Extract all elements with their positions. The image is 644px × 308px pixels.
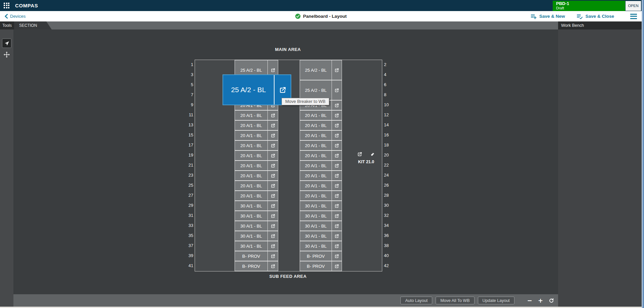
share-icon[interactable] [267,121,278,130]
share-icon[interactable] [357,152,362,157]
update-layout-button[interactable]: Update Layout [478,297,514,304]
selected-breaker[interactable]: 25 A/2 - BL [222,74,291,105]
breaker-cell[interactable]: 20 A/1 - BL [300,130,342,140]
breaker-cell[interactable]: 30 A/1 - BL [235,201,278,211]
share-icon[interactable] [267,241,278,251]
share-icon[interactable] [267,111,278,120]
breaker-cell[interactable]: B- PROV [235,261,278,271]
breaker-cell[interactable]: 30 A/1 - BL [235,221,278,231]
breaker-cell[interactable]: 20 A/1 - BL [300,191,342,201]
share-icon[interactable] [332,60,342,80]
breaker-cell[interactable]: 25 A/2 - BL [300,60,342,80]
window-right-edge[interactable] [642,0,644,308]
breaker-cell[interactable]: 20 A/1 - BL [235,161,278,171]
share-icon[interactable] [332,241,342,251]
eraser-icon[interactable] [370,152,375,157]
refresh-icon[interactable] [549,298,554,303]
circuit-number: 16 [384,130,401,140]
share-icon[interactable] [267,231,278,241]
share-icon[interactable] [332,231,342,241]
auto-layout-button[interactable]: Auto Layout [400,297,432,304]
save-and-new-button[interactable]: Save & New [530,13,565,19]
back-to-devices-link[interactable]: Devices [4,14,26,19]
breaker-cell[interactable]: 20 A/1 - BL [235,191,278,201]
menu-icon[interactable] [630,14,637,19]
breaker-cell[interactable]: 30 A/1 - BL [300,231,342,241]
breaker-cell[interactable]: 20 A/1 - BL [300,110,342,120]
breaker-cell[interactable]: 20 A/1 - BL [235,171,278,181]
breaker-cell[interactable]: 20 A/1 - BL [300,140,342,150]
share-icon[interactable] [267,161,278,170]
breaker-cell[interactable]: 20 A/1 - BL [300,161,342,171]
breaker-cell[interactable]: 25 A/2 - BL [300,80,342,100]
share-icon[interactable] [332,201,342,210]
circuit-number: 15 [174,130,193,140]
breaker-cell[interactable]: 30 A/1 - BL [235,211,278,221]
share-icon[interactable] [332,261,342,271]
share-icon[interactable] [332,221,342,231]
tab-section[interactable]: SECTION [14,21,52,29]
page-title-label: Panelboard - Layout [303,14,347,19]
breaker-cell[interactable]: 30 A/1 - BL [235,231,278,241]
breaker-cell[interactable]: 20 A/1 - BL [235,130,278,140]
breaker-cell[interactable]: 20 A/1 - BL [300,181,342,191]
share-icon[interactable] [267,221,278,231]
breaker-cell[interactable]: 30 A/1 - BL [300,241,342,251]
breaker-cell[interactable]: 30 A/1 - BL [300,211,342,221]
breaker-cell[interactable]: 20 A/1 - BL [235,110,278,120]
breaker-cell[interactable]: 20 A/1 - BL [235,140,278,150]
circuit-number: 4 [384,70,401,80]
share-icon[interactable] [267,141,278,150]
circuit-number: 32 [384,210,401,221]
zoom-out-icon[interactable]: − [527,298,532,304]
breaker-cell[interactable]: 30 A/1 - BL [235,241,278,251]
share-icon[interactable] [332,171,342,180]
kit-block[interactable]: KIT 21.0 [350,152,382,164]
app-launcher-grid-icon[interactable] [4,3,10,9]
breaker-cell[interactable]: 20 A/1 - BL [300,150,342,161]
main-area-label: MAIN AREA [248,47,328,52]
toolbar: Devices Panelboard - Layout Save & New S… [0,11,642,21]
share-icon[interactable] [267,191,278,200]
share-icon[interactable] [267,261,278,271]
share-icon[interactable] [332,181,342,190]
save-and-close-label: Save & Close [585,14,614,19]
share-icon[interactable] [267,251,278,261]
breaker-cell[interactable]: B- PROV [300,251,342,261]
share-icon[interactable] [267,181,278,190]
circuit-number: 37 [174,241,193,251]
share-icon[interactable] [332,161,342,170]
share-icon[interactable] [332,80,342,100]
circuit-number: 36 [384,231,401,241]
breaker-label: 20 A/1 - BL [300,181,332,190]
share-icon[interactable] [332,191,342,200]
breaker-cell[interactable]: 20 A/1 - BL [300,120,342,130]
share-icon[interactable] [267,211,278,221]
share-icon[interactable] [267,151,278,160]
zoom-in-icon[interactable]: + [538,298,543,304]
breaker-cell[interactable]: B- PROV [300,261,342,271]
share-icon[interactable] [332,111,342,120]
breaker-cell[interactable]: 20 A/1 - BL [235,181,278,191]
breaker-cell[interactable]: 20 A/1 - BL [235,150,278,161]
share-icon[interactable] [332,141,342,150]
share-icon[interactable] [332,251,342,261]
select-tool-button[interactable] [2,39,11,48]
breaker-cell[interactable]: 20 A/1 - BL [300,171,342,181]
share-icon[interactable] [267,171,278,180]
save-and-close-button[interactable]: Save & Close [576,13,614,19]
share-icon[interactable] [332,101,342,110]
breaker-cell[interactable]: 30 A/1 - BL [300,221,342,231]
share-icon[interactable] [267,131,278,140]
share-icon[interactable] [332,151,342,160]
share-icon[interactable] [267,201,278,210]
open-button[interactable]: OPEN [626,1,641,11]
share-icon[interactable] [332,131,342,140]
breaker-cell[interactable]: B- PROV [235,251,278,261]
breaker-cell[interactable]: 30 A/1 - BL [300,201,342,211]
move-tool-button[interactable] [3,51,11,59]
share-icon[interactable] [332,211,342,221]
share-icon[interactable] [332,121,342,130]
breaker-cell[interactable]: 20 A/1 - BL [235,120,278,130]
move-all-to-wb-button[interactable]: Move All To WB [436,297,474,304]
